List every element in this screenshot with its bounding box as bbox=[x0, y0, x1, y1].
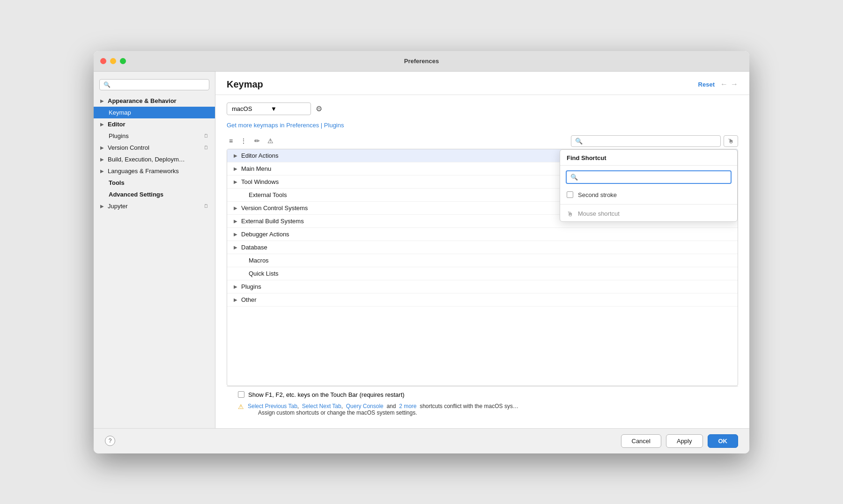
keymaps-link[interactable]: Get more keymaps in Preferences | Plugin… bbox=[227, 122, 738, 129]
sidebar: 🔍 ▶ Appearance & Behavior Keymap ▶ Edito… bbox=[94, 72, 215, 428]
back-arrow-button[interactable]: ← bbox=[720, 80, 728, 88]
window-title: Preferences bbox=[404, 58, 439, 65]
tree-item-label: Macros bbox=[249, 257, 269, 264]
tree-item-quick-lists[interactable]: Quick Lists bbox=[227, 267, 738, 280]
tree-chevron-icon: ▶ bbox=[234, 297, 237, 302]
show-conflicts-button[interactable]: ⚠ bbox=[265, 135, 276, 146]
tree-chevron-icon: ▶ bbox=[234, 179, 237, 184]
close-button[interactable] bbox=[100, 58, 106, 64]
cancel-button[interactable]: Cancel bbox=[621, 434, 661, 448]
mouse-icon: 🖱 bbox=[567, 210, 573, 218]
sidebar-item-label: Build, Execution, Deploym… bbox=[108, 156, 185, 163]
expand-all-button[interactable]: ≡ bbox=[227, 135, 235, 146]
tree-chevron-icon: ▶ bbox=[234, 205, 237, 211]
sidebar-item-label: Tools bbox=[100, 179, 125, 186]
keymap-name: macOS bbox=[232, 105, 267, 112]
tree-item-label: Version Control Systems bbox=[241, 205, 308, 212]
tree-item-debugger-actions[interactable]: ▶ Debugger Actions bbox=[227, 228, 738, 241]
toolbar-row: ≡ ⋮ ✏ ⚠ 🔍 🖱 bbox=[227, 135, 738, 147]
tree-item-label: External Tools bbox=[249, 191, 287, 198]
second-stroke-checkbox[interactable] bbox=[567, 191, 573, 198]
mouse-shortcut-label: Mouse shortcut bbox=[578, 210, 620, 217]
tree-item-label: Other bbox=[241, 296, 257, 303]
main-header: Keymap Reset ← → bbox=[215, 72, 749, 95]
sidebar-search-input[interactable] bbox=[113, 81, 205, 88]
conflict-warning: ⚠ Select Previous Tab, Select Next Tab, … bbox=[238, 403, 727, 416]
conflict-link-1[interactable]: Select Previous Tab bbox=[248, 403, 297, 409]
tree-chevron-icon: ▶ bbox=[234, 245, 237, 250]
tree-item-macros[interactable]: Macros bbox=[227, 254, 738, 267]
sidebar-item-tools[interactable]: Tools bbox=[94, 177, 215, 189]
tree-item-other[interactable]: ▶ Other bbox=[227, 293, 738, 307]
tree-item-database[interactable]: ▶ Database bbox=[227, 241, 738, 254]
sidebar-item-plugins[interactable]: Plugins 🗒 bbox=[94, 130, 215, 142]
preferences-window: Preferences 🔍 ▶ Appearance & Behavior Ke… bbox=[94, 51, 749, 453]
find-shortcut-button[interactable]: 🖱 bbox=[724, 135, 738, 147]
edit-shortcut-button[interactable]: ✏ bbox=[252, 135, 262, 146]
conflict-link-more[interactable]: 2 more bbox=[399, 403, 416, 409]
sidebar-item-label: Plugins bbox=[100, 132, 129, 139]
tree-item-label: Editor Actions bbox=[241, 152, 279, 159]
footer-buttons: Cancel Apply OK bbox=[621, 434, 739, 448]
apply-button[interactable]: Apply bbox=[666, 434, 703, 448]
popup-search-icon: 🔍 bbox=[570, 174, 578, 181]
footer: ? Cancel Apply OK bbox=[94, 428, 749, 453]
sidebar-search-box[interactable]: 🔍 bbox=[99, 79, 209, 90]
sidebar-item-label: Editor bbox=[108, 121, 126, 128]
chevron-right-icon: ▶ bbox=[100, 98, 104, 103]
sidebar-item-jupyter[interactable]: ▶ Jupyter 🗒 bbox=[94, 200, 215, 212]
keymap-search-input[interactable] bbox=[585, 138, 717, 144]
sidebar-item-version-control[interactable]: ▶ Version Control 🗒 bbox=[94, 142, 215, 153]
minimize-button[interactable] bbox=[110, 58, 116, 64]
main-content: 🔍 ▶ Appearance & Behavior Keymap ▶ Edito… bbox=[94, 72, 749, 428]
tree-item-label: Main Menu bbox=[241, 165, 271, 172]
keymap-dropdown[interactable]: macOS ▼ bbox=[227, 102, 311, 115]
ok-button[interactable]: OK bbox=[708, 434, 739, 448]
window-controls bbox=[100, 58, 126, 64]
collapse-all-button[interactable]: ⋮ bbox=[238, 135, 249, 146]
conflict-link-2[interactable]: Select Next Tab bbox=[302, 403, 341, 409]
popup-search-input[interactable] bbox=[581, 174, 727, 180]
chevron-right-icon: ▶ bbox=[100, 122, 104, 127]
chevron-right-icon: ▶ bbox=[100, 204, 104, 209]
keymap-gear-button[interactable]: ⚙ bbox=[316, 104, 322, 113]
conflict-link-3[interactable]: Query Console bbox=[346, 403, 384, 409]
tree-item-label: Quick Lists bbox=[249, 270, 279, 277]
mouse-shortcut-option[interactable]: 🖱 Mouse shortcut bbox=[560, 206, 737, 221]
chevron-right-icon: ▶ bbox=[100, 168, 104, 174]
find-shortcut-popup: Find Shortcut 🔍 Second stroke 🖱 Mo bbox=[560, 149, 738, 222]
sidebar-search-icon: 🔍 bbox=[104, 81, 111, 88]
actions-tree: ▶ Editor Actions ▶ Main Menu ▶ Tool Wind… bbox=[227, 149, 738, 386]
keymap-search-box[interactable]: 🔍 bbox=[571, 135, 721, 147]
sidebar-item-appearance[interactable]: ▶ Appearance & Behavior bbox=[94, 95, 215, 107]
forward-arrow-button[interactable]: → bbox=[731, 80, 738, 88]
tree-item-label: External Build Systems bbox=[241, 218, 304, 225]
reset-button[interactable]: Reset bbox=[698, 81, 715, 88]
tree-chevron-icon: ▶ bbox=[234, 166, 237, 171]
tree-chevron-icon: ▶ bbox=[234, 284, 237, 289]
popup-title: Find Shortcut bbox=[560, 150, 737, 166]
sidebar-item-editor[interactable]: ▶ Editor bbox=[94, 118, 215, 130]
sidebar-item-build[interactable]: ▶ Build, Execution, Deploym… bbox=[94, 153, 215, 165]
titlebar: Preferences bbox=[94, 51, 749, 72]
main-panel: Keymap Reset ← → macOS ▼ ⚙ bbox=[215, 72, 749, 428]
tree-chevron-icon: ▶ bbox=[234, 232, 237, 237]
tree-chevron-icon: ▶ bbox=[234, 153, 237, 158]
second-stroke-option[interactable]: Second stroke bbox=[560, 188, 737, 202]
sidebar-item-languages[interactable]: ▶ Languages & Frameworks bbox=[94, 165, 215, 177]
touchbar-checkbox[interactable] bbox=[238, 391, 244, 398]
sidebar-item-keymap[interactable]: Keymap bbox=[94, 107, 215, 118]
nav-arrows: ← → bbox=[720, 80, 738, 88]
touchbar-label: Show F1, F2, etc. keys on the Touch Bar … bbox=[248, 391, 405, 398]
second-stroke-label: Second stroke bbox=[578, 191, 617, 198]
tree-item-plugins[interactable]: ▶ Plugins bbox=[227, 280, 738, 293]
sidebar-item-advanced[interactable]: Advanced Settings bbox=[94, 189, 215, 200]
popup-search-box[interactable]: 🔍 bbox=[566, 170, 732, 184]
plugin-icon: 🗒 bbox=[204, 133, 208, 139]
help-button[interactable]: ? bbox=[105, 436, 115, 446]
sidebar-item-label: Advanced Settings bbox=[100, 191, 163, 198]
touchbar-row: Show F1, F2, etc. keys on the Touch Bar … bbox=[238, 391, 727, 398]
maximize-button[interactable] bbox=[120, 58, 126, 64]
keymap-search-icon: 🔍 bbox=[575, 138, 583, 145]
chevron-right-icon: ▶ bbox=[100, 157, 104, 162]
